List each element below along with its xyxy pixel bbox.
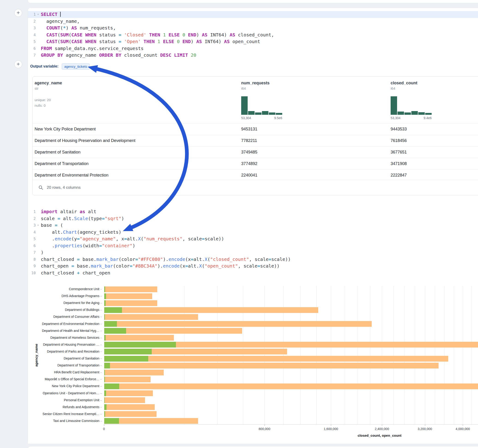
fold-caret-icon (36, 31, 40, 38)
bar-open[interactable] (104, 307, 122, 313)
bar-open[interactable] (104, 349, 152, 355)
x-tick (382, 424, 382, 426)
bar-closed[interactable] (104, 307, 318, 313)
bar-open[interactable] (104, 363, 110, 368)
bar-open[interactable] (104, 404, 107, 410)
code-line[interactable]: 6 .properties(width="container") (28, 243, 478, 249)
add-cell-button[interactable]: + (14, 60, 22, 68)
code-line[interactable]: 8chart_closed = base.mark_bar(color="#FF… (28, 256, 478, 263)
bar-closed[interactable] (104, 335, 174, 341)
code-line[interactable]: 7GROUP BY agency_name ORDER BY closed_co… (28, 52, 478, 59)
bar-open[interactable] (104, 370, 105, 375)
bar-open[interactable] (104, 356, 148, 361)
x-tick (331, 424, 331, 426)
bar-closed[interactable] (104, 411, 157, 417)
column-header[interactable]: closed_counti6453,3049.4e6 (391, 81, 432, 120)
y-tick (100, 386, 102, 386)
table-row[interactable]: Department of Sanitation37494853677651 (32, 146, 478, 158)
bar-closed[interactable] (104, 404, 155, 410)
category-label: Personal Exemption Unit (28, 398, 99, 402)
sql-code-editor[interactable]: 1▾SELECT 2 agency_name,3 COUNT(*) AS num… (28, 11, 478, 59)
line-number: 3 (28, 25, 36, 31)
line-number: 10 (28, 270, 36, 277)
bar-closed[interactable] (104, 286, 157, 292)
code-line[interactable]: 10chart_closed + chart_open (28, 270, 478, 277)
code-text: FROM sample_data.nyc.service_requests (40, 45, 144, 52)
category-label: Department of Transportation (28, 363, 99, 367)
table-cell: New York City Police Department (35, 124, 96, 135)
code-line[interactable]: 1▾SELECT (28, 11, 478, 18)
notebook-cell-card: 1▾SELECT 2 agency_name,3 COUNT(*) AS num… (28, 8, 478, 444)
fold-caret-icon (36, 18, 40, 25)
x-axis-title: closed_count, open_count (358, 434, 402, 437)
bar-closed[interactable] (104, 397, 145, 403)
gridline (435, 286, 435, 424)
x-tick-label: 1,600,000 (324, 427, 338, 431)
code-line[interactable]: 4 alt.Chart(agency_tickets) (28, 229, 478, 236)
bar-open[interactable] (104, 321, 117, 327)
code-line[interactable]: 5 .encode(y="agency_name", x=alt.X("num_… (28, 236, 478, 243)
python-code-editor[interactable]: 1import altair as alt2scale = alt.Scale(… (28, 208, 478, 276)
gridline (393, 286, 394, 424)
code-line[interactable]: 5 CAST(SUM(CASE WHEN status = 'Open' THE… (28, 38, 478, 45)
bar-open[interactable] (104, 286, 105, 292)
line-number: 2 (28, 18, 36, 25)
bar-closed[interactable] (104, 384, 478, 389)
bar-open[interactable] (104, 397, 105, 403)
code-line[interactable]: 6FROM sample_data.nyc.service_requests (28, 45, 478, 52)
bar-open[interactable] (104, 342, 176, 348)
bar-closed[interactable] (104, 390, 153, 396)
bar-open[interactable] (104, 328, 126, 334)
bar-closed[interactable] (104, 293, 152, 299)
table-row[interactable]: Department of Environmental Protection22… (32, 169, 478, 181)
bar-closed[interactable] (104, 370, 164, 375)
category-label: Operations Unit - Department of Hom… (28, 391, 99, 395)
bar-closed[interactable] (104, 363, 439, 368)
code-line[interactable]: 1import altair as alt (28, 208, 478, 215)
bar-closed[interactable] (104, 300, 157, 306)
table-row[interactable]: Department of Transportation377489234719… (32, 158, 478, 169)
gridline (264, 286, 265, 424)
code-line[interactable]: 3 COUNT(*) AS num_requests, (28, 25, 478, 31)
bar-open[interactable] (104, 293, 106, 299)
code-line[interactable]: 3▾base = ( (28, 222, 478, 229)
add-cell-button[interactable]: + (14, 9, 22, 17)
bar-open[interactable] (104, 300, 106, 306)
column-header[interactable]: num_requestsi6453,3049.5e6 (241, 81, 282, 120)
fold-caret-icon[interactable]: ▾ (36, 11, 40, 18)
line-number: 1 (28, 11, 36, 18)
bar-open[interactable] (104, 314, 105, 320)
table-cell: 3677651 (391, 147, 407, 158)
code-line[interactable]: 4 CAST(SUM(CASE WHEN status = 'Closed' T… (28, 31, 478, 38)
gridline (316, 286, 317, 424)
code-line[interactable]: 9chart_open = base.mark_bar(color="#8BC3… (28, 263, 478, 270)
bar-closed[interactable] (104, 356, 448, 361)
column-header[interactable]: agency_namestrunique: 20nulls: 0 (35, 81, 62, 108)
bar-open[interactable] (104, 418, 119, 424)
line-number: 4 (28, 229, 36, 236)
code-line[interactable]: 7) (28, 249, 478, 256)
code-line[interactable]: 2scale = alt.Scale(type="sqrt") (28, 215, 478, 222)
bar-open[interactable] (104, 335, 106, 341)
fold-caret-icon (36, 263, 40, 270)
output-variable-pill[interactable]: agency_tickets (62, 63, 90, 70)
bar-closed[interactable] (104, 377, 151, 382)
category-label: Department of Sanitation (28, 356, 99, 360)
table-row[interactable]: New York City Police Department945313194… (32, 123, 478, 135)
bar-closed[interactable] (104, 314, 198, 320)
bar-open[interactable] (104, 411, 105, 417)
search-icon[interactable] (38, 185, 43, 190)
table-cell: 9443533 (391, 124, 407, 135)
bar-open[interactable] (104, 390, 106, 396)
table-row[interactable]: Department of Housing Preservation and D… (32, 135, 478, 146)
bar-open[interactable] (104, 377, 105, 382)
fold-caret-icon[interactable]: ▾ (36, 222, 40, 229)
bar-closed[interactable] (104, 321, 372, 327)
bar-open[interactable] (104, 384, 119, 389)
histogram-range: 53,3049.5e6 (241, 116, 282, 120)
gridline (415, 286, 415, 424)
gridline (454, 286, 454, 424)
y-tick (100, 310, 102, 310)
code-line[interactable]: 2 agency_name, (28, 18, 478, 25)
x-axis-line (104, 424, 478, 424)
